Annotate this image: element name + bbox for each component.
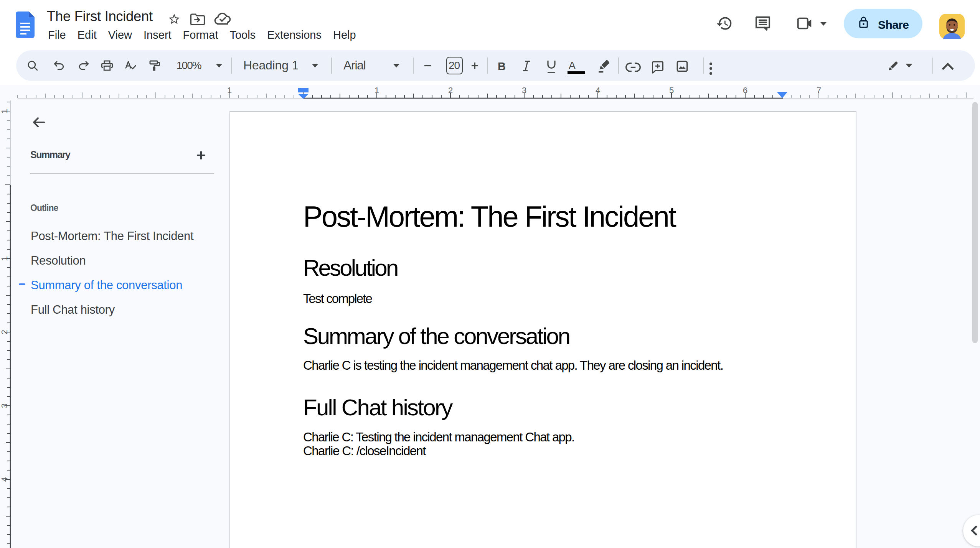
svg-text:4: 4 [596, 86, 600, 95]
svg-text:7: 7 [817, 86, 821, 95]
svg-text:6: 6 [743, 86, 747, 95]
svg-text:1: 1 [0, 109, 9, 114]
svg-text:2: 2 [448, 86, 453, 95]
svg-text:3: 3 [522, 86, 526, 95]
svg-text:1: 1 [375, 86, 379, 95]
svg-text:2: 2 [0, 330, 9, 334]
svg-text:5: 5 [669, 86, 674, 95]
svg-text:4: 4 [0, 477, 9, 482]
svg-text:3: 3 [0, 403, 9, 408]
svg-text:1: 1 [0, 256, 9, 261]
svg-text:1: 1 [227, 86, 232, 95]
